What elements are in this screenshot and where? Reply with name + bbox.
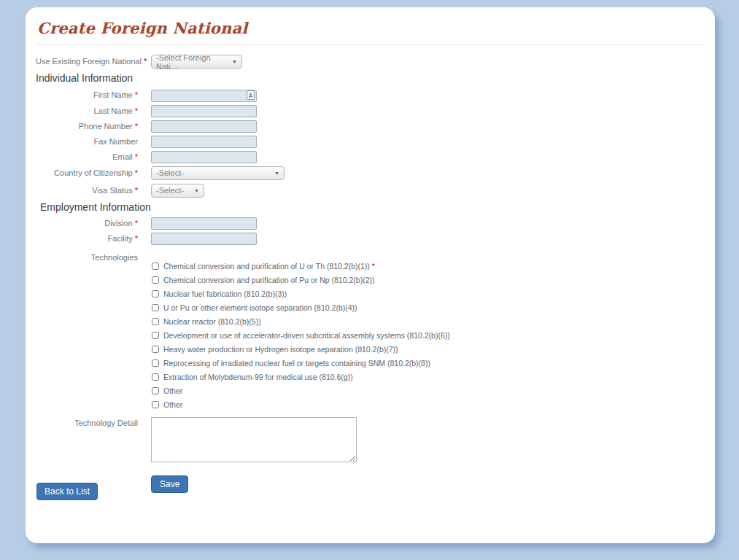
facility-row: Facility*: [36, 233, 705, 245]
save-row: Save: [151, 475, 705, 493]
phone-number-input[interactable]: [151, 120, 257, 133]
facility-input[interactable]: [151, 233, 257, 245]
visa-status-label: Visa Status*: [36, 184, 151, 197]
technology-option-label: Development or use of accelerator-driven…: [163, 331, 450, 341]
save-button[interactable]: Save: [151, 475, 188, 493]
first-name-field: [151, 88, 257, 102]
required-asterisk: *: [135, 122, 138, 131]
citizenship-select[interactable]: -Select- ▼: [151, 166, 285, 180]
technology-option-label: Other: [163, 400, 182, 410]
technologies-row: Technologies Chemical conversion and pur…: [36, 252, 705, 414]
last-name-row: Last Name*: [36, 105, 705, 117]
technologies-label: Technologies: [36, 252, 151, 264]
required-asterisk: *: [135, 186, 138, 195]
visa-status-select[interactable]: -Select- ▼: [151, 184, 204, 198]
required-asterisk: *: [135, 234, 138, 243]
technology-option-6[interactable]: Development or use of accelerator-driven…: [151, 331, 450, 341]
chevron-down-icon: ▼: [232, 59, 237, 64]
technology-option-8[interactable]: Reprocessing of irradiated nuclear fuel …: [151, 359, 450, 368]
technology-checkbox-4[interactable]: [152, 304, 159, 311]
autofill-icon[interactable]: [247, 90, 255, 100]
phone-number-label: Phone Number*: [36, 120, 151, 133]
technology-option-label: Extraction of Molybdenum-99 for medical …: [163, 373, 353, 382]
technologies-list: Chemical conversion and purification of …: [151, 262, 450, 414]
division-row: Division*: [36, 217, 705, 230]
last-name-label: Last Name*: [36, 105, 151, 117]
required-asterisk: *: [135, 90, 138, 99]
technology-checkbox-5[interactable]: [152, 318, 159, 325]
division-label: Division*: [36, 217, 151, 230]
technology-option-5[interactable]: Nuclear reactor (810.2(b)(5)): [151, 317, 450, 327]
technology-checkbox-6[interactable]: [152, 332, 159, 339]
technology-option-9[interactable]: Extraction of Molybdenum-99 for medical …: [151, 373, 450, 382]
page-title: Create Foreign National: [37, 19, 705, 37]
required-asterisk: *: [372, 262, 375, 271]
citizenship-row: Country of Citizenship* -Select- ▼: [36, 166, 705, 180]
use-existing-select-value: -Select Foreign Nati...: [156, 53, 228, 71]
technology-option-label: Chemical conversion and purification of …: [163, 276, 374, 285]
required-asterisk: *: [144, 57, 147, 66]
back-to-list-button[interactable]: Back to List: [36, 483, 98, 500]
technology-checkbox-1[interactable]: [152, 262, 159, 270]
technology-option-label: Chemical conversion and purification of …: [163, 262, 370, 271]
employment-section-heading: Employment Information: [40, 201, 705, 213]
required-asterisk: *: [135, 219, 138, 228]
technology-option-label: U or Pu or other element isotope separat…: [163, 303, 357, 313]
title-divider: [36, 44, 705, 45]
technology-option-7[interactable]: Heavy water production or Hydrogen isoto…: [151, 345, 450, 354]
fax-number-row: Fax Number: [36, 136, 705, 148]
email-input[interactable]: [151, 151, 257, 163]
technology-option-10[interactable]: Other: [151, 386, 450, 396]
email-row: Email*: [36, 151, 705, 163]
technology-checkbox-8[interactable]: [152, 359, 159, 367]
facility-label: Facility*: [36, 233, 151, 245]
technology-checkbox-7[interactable]: [152, 346, 159, 353]
technology-option-label: Other: [163, 386, 182, 396]
technology-detail-label: Technology Detail: [36, 417, 151, 429]
division-input[interactable]: [151, 217, 257, 230]
technology-checkbox-10[interactable]: [152, 387, 159, 394]
technology-checkbox-3[interactable]: [152, 290, 159, 298]
fax-number-input[interactable]: [151, 136, 257, 148]
visa-status-row: Visa Status* -Select- ▼: [36, 184, 705, 198]
first-name-row: First Name*: [36, 88, 705, 102]
technology-option-label: Reprocessing of irradiated nuclear fuel …: [163, 359, 430, 368]
citizenship-label: Country of Citizenship*: [36, 167, 151, 179]
technology-checkbox-9[interactable]: [152, 373, 159, 381]
technology-option-2[interactable]: Chemical conversion and purification of …: [151, 276, 450, 285]
required-asterisk: *: [135, 106, 138, 115]
visa-status-select-value: -Select-: [156, 186, 184, 195]
page-background: { "title": "Create Foreign National", "r…: [0, 0, 739, 560]
technology-checkbox-2[interactable]: [152, 276, 159, 284]
technology-detail-row: Technology Detail: [36, 417, 705, 462]
use-existing-label: Use Existing Foreign National*: [36, 55, 151, 68]
required-asterisk: *: [135, 168, 138, 177]
use-existing-select[interactable]: -Select Foreign Nati... ▼: [151, 55, 242, 69]
chevron-down-icon: ▼: [194, 188, 199, 193]
last-name-input[interactable]: [151, 105, 257, 117]
technology-checkbox-11[interactable]: [152, 401, 159, 408]
technology-option-1[interactable]: Chemical conversion and purification of …: [151, 262, 450, 271]
fax-number-label: Fax Number: [36, 136, 151, 148]
required-asterisk: *: [135, 152, 138, 161]
phone-number-row: Phone Number*: [36, 120, 705, 133]
technology-option-3[interactable]: Nuclear fuel fabrication (810.2(b)(3)): [151, 289, 450, 299]
chevron-down-icon: ▼: [274, 171, 279, 176]
citizenship-select-value: -Select-: [156, 168, 184, 177]
technology-option-4[interactable]: U or Pu or other element isotope separat…: [151, 303, 450, 313]
technology-option-label: Nuclear reactor (810.2(b)(5)): [163, 317, 261, 327]
first-name-label: First Name*: [36, 89, 151, 101]
technology-option-label: Nuclear fuel fabrication (810.2(b)(3)): [163, 289, 287, 299]
first-name-input[interactable]: [151, 90, 257, 102]
technology-option-label: Heavy water production or Hydrogen isoto…: [163, 345, 398, 354]
individual-section-heading: Individual Information: [36, 72, 705, 84]
technology-option-11[interactable]: Other: [151, 400, 450, 410]
use-existing-row: Use Existing Foreign National* -Select F…: [36, 55, 705, 69]
form-card: Create Foreign National Use Existing For…: [26, 7, 715, 543]
email-label: Email*: [36, 151, 151, 163]
technology-detail-textarea[interactable]: [151, 417, 357, 462]
